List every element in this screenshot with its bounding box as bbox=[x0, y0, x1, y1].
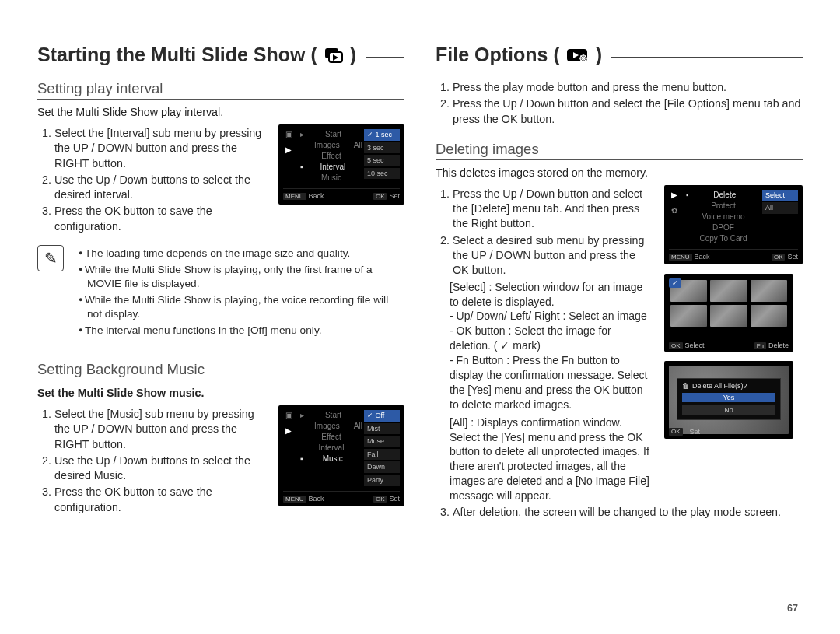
bgm-step-1: Select the [Music] sub menu by pressing … bbox=[54, 407, 268, 452]
interval-steps: Select the [Interval] sub menu by pressi… bbox=[37, 124, 268, 236]
heading-text: File Options ( bbox=[436, 44, 560, 66]
note-1: The loading time depends on the image si… bbox=[87, 247, 404, 261]
heading-multi-slide-show: Starting the Multi Slide Show ( ) bbox=[37, 44, 404, 66]
heading-close: ) bbox=[596, 44, 602, 66]
right-column: File Options ( ) bbox=[436, 44, 803, 521]
heading-rule bbox=[366, 57, 404, 58]
lcd-figure-music: ▣▶ ▸Start ImagesAll Effect Interval ▪Mus… bbox=[278, 405, 404, 506]
delete-steps: Press the Up / Down button and select th… bbox=[436, 185, 653, 503]
subhead-bgm: Setting Background Music bbox=[37, 361, 404, 380]
file-options-intro-steps: Press the play mode button and press the… bbox=[436, 80, 803, 127]
bgm-steps: Select the [Music] sub menu by pressing … bbox=[37, 405, 268, 517]
delete-step-3: After deletion, the screen will be chang… bbox=[453, 505, 803, 520]
interval-step-3: Press the OK button to save the configur… bbox=[54, 204, 268, 234]
interval-notes: ✎ The loading time depends on the image … bbox=[37, 245, 404, 339]
delete-step-2: Select a desired sub menu by pressing th… bbox=[453, 233, 653, 278]
left-column: Starting the Multi Slide Show ( ) Settin… bbox=[37, 44, 404, 521]
delete-all-label: [All] : Displays confirmation window. Se… bbox=[450, 415, 653, 503]
note-3: While the Multi Slide Show is playing, t… bbox=[87, 293, 404, 322]
page-number: 67 bbox=[787, 603, 798, 614]
multi-slide-show-icon bbox=[324, 47, 344, 64]
bgm-lead: Set the Multi Slide Show music. bbox=[37, 387, 404, 399]
note-icon: ✎ bbox=[37, 245, 64, 271]
heading-text: Starting the Multi Slide Show ( bbox=[37, 44, 317, 66]
delete-select-label: [Select] : Selection window for an image… bbox=[450, 280, 653, 310]
delete-select-sub2: - OK button : Select the image for delet… bbox=[450, 324, 653, 353]
lcd-figure-delete-menu: ▶✿ ▪Delete Protect Voice memo DPOF Copy … bbox=[664, 185, 803, 265]
delete-step-1: Press the Up / Down button and select th… bbox=[453, 187, 653, 232]
bgm-step-3: Press the OK button to save the configur… bbox=[54, 485, 268, 515]
note-4: The interval menu functions in the [Off]… bbox=[87, 324, 404, 338]
interval-step-2: Use the Up / Down buttons to select the … bbox=[54, 173, 268, 203]
intro-step-2: Press the Up / Down button and select th… bbox=[453, 96, 803, 127]
lcd-figure-interval: ▣▶ ▸Start ImagesAll Effect ▪Interval Mus… bbox=[278, 124, 404, 205]
confirm-no: No bbox=[682, 405, 775, 415]
subhead-interval: Setting play interval bbox=[37, 80, 404, 100]
lcd-figure-thumbnail-select: ✓ OKSelect FnDelete bbox=[664, 274, 793, 352]
note-2: While the Multi Slide Show is playing, o… bbox=[87, 263, 404, 292]
confirm-yes: Yes bbox=[682, 393, 775, 402]
heading-file-options: File Options ( ) bbox=[436, 44, 803, 66]
heading-close: ) bbox=[350, 44, 356, 66]
intro-step-1: Press the play mode button and press the… bbox=[453, 80, 803, 95]
trash-icon: 🗑 bbox=[682, 382, 689, 390]
interval-intro: Set the Multi Slide Show play interval. bbox=[37, 106, 404, 118]
file-options-icon bbox=[566, 47, 590, 64]
subhead-delete: Deleting images bbox=[436, 141, 803, 160]
delete-select-sub1: - Up/ Down/ Left/ Right : Select an imag… bbox=[450, 309, 653, 324]
heading-rule bbox=[611, 57, 803, 58]
delete-select-sub3: - Fn Button : Press the Fn button to dis… bbox=[450, 353, 653, 412]
interval-step-1: Select the [Interval] sub menu by pressi… bbox=[54, 126, 268, 171]
delete-intro: This deletes images stored on the memory… bbox=[436, 166, 803, 179]
lcd-figure-confirm: 🗑Delete All File(s)? Yes No OKSet bbox=[664, 361, 793, 439]
bgm-step-2: Use the Up / Down buttons to select the … bbox=[54, 454, 268, 484]
